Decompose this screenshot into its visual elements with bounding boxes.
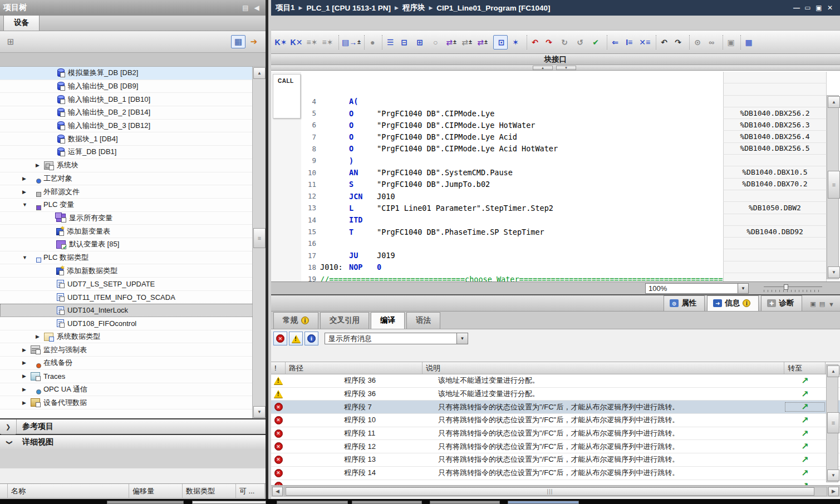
goto-cell[interactable]: ↗ bbox=[784, 481, 826, 485]
taskbar-button[interactable] bbox=[107, 501, 184, 504]
tree-item[interactable]: 添加新变量表 bbox=[0, 225, 266, 238]
favorites-edit-icon[interactable]: ✶ bbox=[509, 35, 523, 50]
goto-arrow-icon[interactable]: ↗ bbox=[801, 455, 808, 465]
symbolic-representation-icon[interactable]: ⇄± bbox=[475, 35, 490, 50]
refresh-interface-icon[interactable]: ↺ bbox=[573, 35, 588, 50]
expand-arrow-icon[interactable]: ▶ bbox=[36, 162, 44, 168]
taskbar-button[interactable] bbox=[508, 501, 579, 504]
message-row[interactable]: 程序段 13 只有将跳转指令的状态位设置为"/FC"后，才能从布尔逻辑序列中进行… bbox=[271, 453, 840, 467]
message-row[interactable]: 程序段 12 只有将跳转指令的状态位设置为"/FC"后，才能从布尔逻辑序列中进行… bbox=[271, 440, 840, 453]
keep-result-icon[interactable]: ● bbox=[364, 35, 379, 50]
goto-arrow-icon[interactable]: ↗ bbox=[801, 468, 808, 478]
collapse-panel-icon[interactable]: ▼ bbox=[828, 301, 834, 308]
code-line[interactable]: 15 T "PrgFC1040_DB".PhaseTime.SP_StepTim… bbox=[271, 226, 840, 238]
error-filter-button[interactable] bbox=[273, 332, 287, 345]
taskbar-button[interactable] bbox=[352, 501, 422, 504]
tree-item[interactable]: 数据块_1 [DB4] bbox=[0, 132, 266, 146]
tree-item[interactable]: ▶ 在线备份 bbox=[0, 357, 266, 370]
code-line[interactable]: 8 O "PrgFC1040_DB".CIPMode.Lye_Acid_HotW… bbox=[271, 143, 840, 155]
goto-cell[interactable]: ↗ bbox=[784, 375, 826, 386]
message-row[interactable]: 程序段 7 只有将跳转指令的状态位设置为"/FC"后，才能从布尔逻辑序列中进行跳… bbox=[271, 401, 840, 414]
editor-scrollbar-thumb[interactable] bbox=[828, 171, 840, 199]
expand-arrow-icon[interactable]: ▶ bbox=[22, 347, 31, 353]
scroll-up-icon[interactable]: ▲ bbox=[828, 96, 840, 108]
message-filter-combobox[interactable]: 显示所有消息 ▼ bbox=[325, 333, 468, 344]
code-line[interactable]: 16 bbox=[271, 238, 840, 249]
stl-code-editor[interactable]: CALL 4 A( bbox=[271, 71, 840, 282]
tab-info[interactable]: ➜ 信息 i bbox=[707, 295, 759, 311]
auto-collapse-icon[interactable]: ▤ bbox=[240, 4, 251, 12]
subtab-general[interactable]: 常规 i bbox=[273, 312, 318, 329]
taskbar-button[interactable] bbox=[277, 501, 348, 504]
collapse-panel-icon[interactable]: ◀ bbox=[251, 4, 262, 12]
tree-item[interactable]: ▶ 系统块 bbox=[0, 159, 266, 172]
tree-scrollbar[interactable]: ▲ ▼ bbox=[252, 67, 266, 418]
message-hscrollbar[interactable]: ◀ ||| ▶ bbox=[271, 485, 840, 497]
snapshot-icon[interactable]: ▣ bbox=[723, 35, 737, 50]
message-row[interactable]: 程序段 36 该地址不能通过变量进行分配。 ↗ bbox=[271, 388, 840, 401]
scroll-down-icon[interactable]: ▼ bbox=[253, 406, 266, 418]
float-panel-icon[interactable]: ▣ bbox=[810, 300, 816, 308]
editor-scrollbar[interactable]: ▲ ▼ bbox=[827, 95, 839, 279]
goto-cell[interactable]: ↗ bbox=[784, 468, 826, 478]
column-path[interactable]: 路径 bbox=[286, 362, 423, 374]
open-all-blocks-icon[interactable]: ▤→± bbox=[338, 35, 361, 50]
goto-cell[interactable]: ↗ bbox=[784, 415, 826, 426]
tree-item[interactable]: 输入输出快_DB_1 [DB10] bbox=[0, 93, 266, 106]
expand-networks-icon[interactable]: ⊟ bbox=[397, 35, 412, 50]
tree-item[interactable]: ▶ OPC UA 通信 bbox=[0, 383, 266, 397]
scroll-down-icon[interactable]: ▼ bbox=[827, 470, 839, 481]
tab-devices[interactable]: 设备 bbox=[3, 15, 40, 31]
previous-error-icon[interactable]: ↶ bbox=[527, 35, 541, 50]
breadcrumb-item[interactable]: 项目1 bbox=[276, 3, 295, 13]
tab-properties[interactable]: ⊙ 属性 bbox=[664, 295, 705, 311]
tree-item[interactable]: ▼ PLC 数据类型 bbox=[0, 251, 266, 265]
strike-network-icon[interactable]: ✕≡ bbox=[638, 35, 652, 50]
block-interface-header[interactable]: 块接口 bbox=[271, 54, 840, 65]
collapse-networks-icon[interactable]: ⊞ bbox=[413, 35, 428, 50]
tree-item[interactable]: 输入输出快_DB_2 [DB14] bbox=[0, 106, 266, 120]
zoom-slider[interactable] bbox=[764, 284, 822, 292]
message-row[interactable]: 程序段 36 该地址不能通过变量进行分配。 ↗ bbox=[271, 374, 840, 388]
tree-item[interactable]: 输入输出快_DB_3 [DB12] bbox=[0, 120, 266, 133]
close-icon[interactable]: ✕ bbox=[824, 4, 836, 12]
glasses-icon[interactable]: ∞ bbox=[705, 35, 719, 50]
detail-column-header[interactable]: 名称 bbox=[8, 484, 129, 498]
code-line[interactable]: 12 JCN J010 bbox=[271, 190, 840, 202]
message-row[interactable]: 程序段 14 只有将跳转指令的状态位设置为"/FC"后，才能从布尔逻辑序列中进行… bbox=[271, 467, 840, 480]
expand-arrow-icon[interactable]: ▶ bbox=[22, 400, 31, 406]
message-row[interactable]: 程序段 11 只有将跳转指令的状态位设置为"/FC"后，才能从布尔逻辑序列中进行… bbox=[271, 427, 840, 441]
maximize-icon[interactable]: ▣ bbox=[813, 4, 824, 12]
search-icon[interactable]: ⊙ bbox=[689, 35, 704, 50]
goto-cell[interactable]: ↗ bbox=[784, 428, 826, 439]
tree-item[interactable]: ▶ 系统数据类型 bbox=[0, 330, 266, 344]
tree-item[interactable]: ▶ 外部源文件 bbox=[0, 185, 266, 199]
tree-options-icon[interactable]: ⊞ bbox=[3, 35, 18, 48]
float-window-icon[interactable]: ▭ bbox=[802, 4, 813, 12]
taskbar-button[interactable] bbox=[192, 501, 266, 504]
panel-list-icon[interactable]: ▤ bbox=[819, 300, 825, 308]
expand-arrow-icon[interactable]: ▶ bbox=[22, 176, 31, 181]
absolute-operands-icon[interactable]: ⇄± bbox=[444, 35, 459, 50]
code-line[interactable]: 5 O "PrgFC1040_DB".CIPMode.Lye %DB1040.D… bbox=[271, 107, 840, 119]
expand-arrow-icon[interactable]: ▶ bbox=[22, 373, 31, 379]
code-line[interactable]: 6 O "PrgFC1040_DB".CIPMode.Lye_HotWater … bbox=[271, 119, 840, 131]
expand-arrow-icon[interactable]: ▼ bbox=[22, 202, 31, 207]
tree-item[interactable]: ▼ PLC 变量 bbox=[0, 199, 266, 212]
network-comments-icon[interactable]: ○ bbox=[429, 35, 443, 50]
tree-item[interactable]: ▶ 监控与强制表 bbox=[0, 343, 266, 357]
favorites-view-icon[interactable]: ⊡ bbox=[493, 35, 508, 50]
subtab-cross-references[interactable]: 交叉引用 bbox=[320, 312, 369, 329]
expand-arrow-icon[interactable]: ▶ bbox=[36, 334, 44, 339]
breadcrumb-item[interactable]: PLC_1 [CPU 1513-1 PN] bbox=[306, 4, 391, 12]
goto-cell[interactable]: ↗ bbox=[784, 454, 826, 465]
tree-item[interactable]: 运算_DB [DB1] bbox=[0, 146, 266, 159]
tree-item[interactable]: UDT108_FIFOcontrol bbox=[0, 317, 266, 330]
detail-column-header[interactable]: 可 ... bbox=[236, 484, 265, 498]
consistency-check-icon[interactable]: ✔ bbox=[589, 35, 603, 50]
insert-comment-line-icon[interactable]: ≡✶ bbox=[321, 35, 335, 50]
message-row[interactable]: 程序段 10 只有将跳转指令的状态位设置为"/FC"后，才能从布尔逻辑序列中进行… bbox=[271, 414, 840, 427]
goto-arrow-icon[interactable]: ↗ bbox=[801, 402, 808, 412]
chevron-down-icon[interactable]: ▼ bbox=[456, 333, 468, 344]
detail-column-header[interactable]: 数据类型 bbox=[183, 484, 236, 498]
